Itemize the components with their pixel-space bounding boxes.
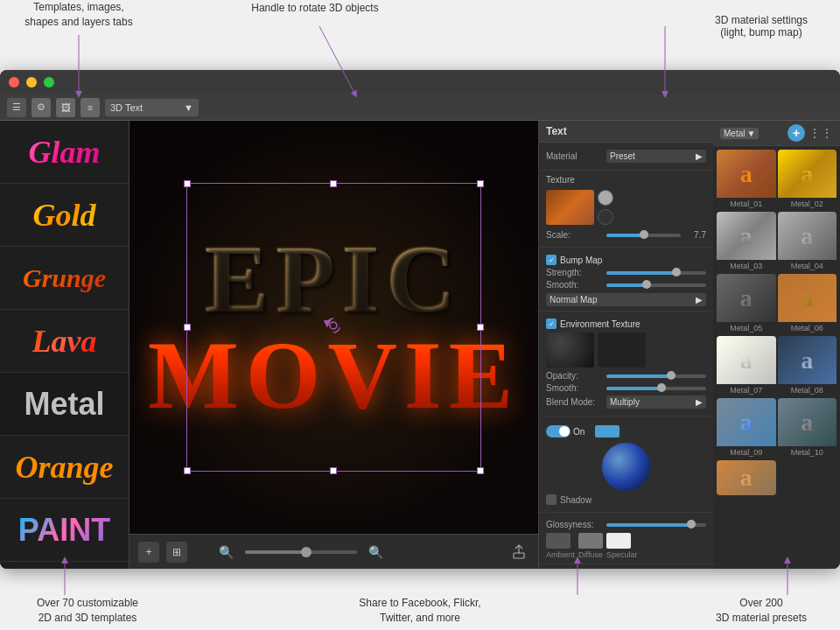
template-metal[interactable]: Metal xyxy=(0,373,129,436)
toolbar: ☰ ⚙ 🖼 ≡ 3D Text ▼ xyxy=(0,94,840,121)
preset-Metal_09[interactable]: a Metal_09 xyxy=(717,398,776,458)
preset-dropdown-arrow: ▶ xyxy=(696,151,703,161)
preset-Metal_01[interactable]: a Metal_01 xyxy=(717,150,776,210)
bump-map-checkbox[interactable]: ✓ xyxy=(546,255,556,265)
specular-label: Specular xyxy=(606,550,638,559)
zoom-out-icon[interactable]: 🔍 xyxy=(219,545,234,559)
annotation-bottom-right: Over 200 3D material presets xyxy=(682,596,840,626)
diffuse-label: Diffuse xyxy=(578,550,603,559)
preset-Metal_07[interactable]: a Metal_07 xyxy=(717,336,776,396)
ambient-swatch[interactable] xyxy=(546,533,570,549)
smooth-slider[interactable] xyxy=(606,284,706,287)
zoom-in-icon[interactable]: 🔍 xyxy=(368,545,383,559)
image-tab-icon[interactable]: 🖼 xyxy=(56,98,75,117)
preset-Metal_08[interactable]: a Metal_08 xyxy=(778,336,837,396)
opacity-slider[interactable] xyxy=(606,374,706,378)
bump-map-label: Bump Map xyxy=(560,256,602,265)
scale-thumb[interactable] xyxy=(640,230,648,239)
glossiness-slider[interactable] xyxy=(606,523,706,527)
strength-slider[interactable] xyxy=(606,271,706,275)
template-orange[interactable]: Orange xyxy=(0,436,129,499)
normal-map-dropdown[interactable]: Normal Map ▶ xyxy=(546,293,706,306)
color-swatch-blue[interactable] xyxy=(595,425,620,438)
env-texture-preview[interactable] xyxy=(546,332,594,368)
glossiness-thumb[interactable] xyxy=(687,520,696,528)
bump-map-section: ✓ Bump Map Strength: Smooth: xyxy=(539,248,713,312)
light-sphere-preview xyxy=(602,443,650,491)
maximize-button[interactable] xyxy=(44,77,54,88)
canvas-area[interactable]: EPIC MOVIE xyxy=(130,121,538,569)
template-lava[interactable]: Lava xyxy=(0,310,129,373)
glossiness-section: Glossyness: Ambient Diffuse xyxy=(539,513,713,564)
smooth2-slider[interactable] xyxy=(606,387,706,390)
minimize-button[interactable] xyxy=(26,77,37,88)
material-panel-header: Text xyxy=(539,121,713,143)
annotation-top-center: Handle to rotate 3D objects xyxy=(245,2,385,14)
smooth-thumb[interactable] xyxy=(642,280,651,289)
content-area: Glam Gold Grunge Lava Metal Orange PAINT xyxy=(0,121,840,569)
preset-Metal_05[interactable]: a Metal_05 xyxy=(717,274,776,334)
template-grunge[interactable]: Grunge xyxy=(0,247,129,310)
presets-dropdown[interactable]: Metal ▼ xyxy=(720,128,759,139)
preset-Metal_10[interactable]: a Metal_10 xyxy=(778,398,837,458)
layers-tab-icon[interactable]: ≡ xyxy=(80,98,100,117)
preset-Metal_02[interactable]: a Metal_02 xyxy=(778,150,837,210)
preset-Metal_11[interactable]: a xyxy=(717,460,776,495)
preset-Metal_04[interactable]: a Metal_04 xyxy=(778,212,837,272)
grid-view-button[interactable]: ⋮⋮ xyxy=(808,126,833,140)
smooth2-thumb[interactable] xyxy=(657,383,666,392)
effects-section: Effects xyxy=(539,564,713,569)
ambient-label: Ambient xyxy=(546,550,575,559)
env-texture-checkbox[interactable]: ✓ xyxy=(546,318,556,329)
template-gold[interactable]: Gold xyxy=(0,184,129,247)
blend-mode-dropdown[interactable]: Multiply ▶ xyxy=(606,396,706,409)
chevron-down-icon: ▼ xyxy=(184,102,193,113)
preset-dropdown[interactable]: Preset ▶ xyxy=(606,150,706,163)
presets-header: Metal ▼ + ⋮⋮ xyxy=(713,121,840,146)
presets-grid: a Metal_01 a Metal_02 a Metal_03 a Metal… xyxy=(713,146,840,499)
presets-panel: Metal ▼ + ⋮⋮ a Metal_01 a Metal_02 xyxy=(713,121,840,569)
annotation-bottom-left: Over 70 customizable 2D and 3D templates xyxy=(0,596,175,626)
diffuse-swatch[interactable] xyxy=(578,533,603,549)
image-import-button[interactable]: ⊞ xyxy=(166,542,187,563)
app-window: ☰ ⚙ 🖼 ≡ 3D Text ▼ Glam Gold Grunge Lava xyxy=(0,70,840,569)
template-panel: Glam Gold Grunge Lava Metal Orange PAINT xyxy=(0,121,130,569)
movie-text: MOVIE xyxy=(148,327,520,424)
canvas-content: EPIC MOVIE xyxy=(130,121,538,534)
add-preset-button[interactable]: + xyxy=(788,124,805,142)
close-button[interactable] xyxy=(9,77,19,88)
template-glam[interactable]: Glam xyxy=(0,121,129,184)
preset-Metal_03[interactable]: a Metal_03 xyxy=(717,212,776,272)
presets-dropdown-arrow: ▼ xyxy=(746,129,755,138)
env-black-preview[interactable] xyxy=(598,332,646,368)
color-picker-dark[interactable] xyxy=(598,209,613,225)
text-type-dropdown[interactable]: 3D Text ▼ xyxy=(105,99,199,116)
template-paint[interactable]: PAINT xyxy=(0,499,129,562)
scale-slider[interactable] xyxy=(606,234,681,237)
3d-text-canvas: EPIC MOVIE xyxy=(148,231,520,424)
color-picker-gray[interactable] xyxy=(598,190,613,206)
gear-icon[interactable]: ⚙ xyxy=(32,98,51,117)
texture-preview[interactable] xyxy=(546,190,594,225)
zoom-thumb[interactable] xyxy=(301,547,312,557)
specular-swatch[interactable] xyxy=(606,533,631,549)
light-section: On Shadow xyxy=(539,416,713,513)
preset-Metal_06[interactable]: a Metal_06 xyxy=(778,274,837,334)
opacity-thumb[interactable] xyxy=(667,371,676,380)
annotation-bottom-center: Share to Facebook, Flickr, Twitter, and … xyxy=(324,596,516,626)
env-texture-section: ✓ Environment Texture Opacity: Smooth: xyxy=(539,312,713,416)
on-toggle[interactable]: On xyxy=(546,425,584,438)
env-texture-label: Environment Texture xyxy=(560,319,640,329)
list-view-icon[interactable]: ☰ xyxy=(7,98,26,117)
material-section: Material Preset ▶ xyxy=(539,143,713,171)
annotation-top-left: Templates, images, shapes and layers tab… xyxy=(0,0,158,30)
strength-thumb[interactable] xyxy=(672,268,681,276)
zoom-slider[interactable] xyxy=(245,550,357,554)
share-button[interactable] xyxy=(508,542,529,563)
shadow-checkbox[interactable] xyxy=(546,494,556,505)
add-content-button[interactable]: + xyxy=(138,542,159,563)
annotation-top-right: 3D material settings (light, bump map) xyxy=(691,2,831,38)
epic-text: EPIC xyxy=(148,231,520,327)
texture-label: Texture xyxy=(546,175,706,185)
material-panel: Text Material Preset ▶ Texture xyxy=(538,121,713,569)
